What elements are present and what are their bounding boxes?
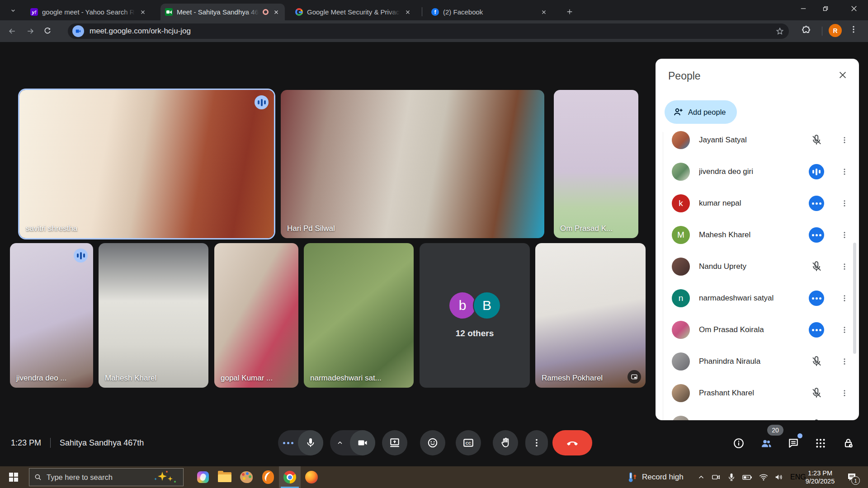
bookmark-star-button[interactable] [775, 27, 784, 36]
start-button[interactable] [0, 466, 27, 488]
tab-meet-security[interactable]: Google Meet Security & Privacy [291, 4, 416, 20]
participant-row[interactable]: Phanindra Niraula [656, 346, 859, 377]
picture-in-picture-button[interactable] [627, 370, 641, 384]
profile-avatar[interactable]: R [829, 24, 842, 37]
reload-button[interactable] [40, 24, 55, 38]
video-tile-hari-pd-silwal[interactable]: Hari Pd Silwal [281, 90, 544, 238]
present-screen-button[interactable] [382, 430, 407, 455]
raise-hand-button[interactable] [493, 430, 518, 455]
participant-name: Phanindra Niraula [699, 357, 807, 366]
tray-camera-icon[interactable] [711, 472, 721, 482]
tray-wifi-icon[interactable] [759, 472, 769, 482]
video-tile-jivendra-deo[interactable]: jivendra deo ... [10, 243, 93, 388]
microphone-button[interactable] [278, 430, 323, 455]
mic-off-icon [807, 134, 826, 146]
participant-row-partial[interactable] [656, 409, 859, 420]
person-add-icon [673, 107, 684, 117]
taskbar-app-copilot[interactable] [192, 466, 214, 488]
host-controls-button[interactable] [842, 437, 855, 450]
people-panel-close-button[interactable] [836, 69, 849, 81]
window-maximize-button[interactable] [815, 0, 836, 17]
participant-menu-button[interactable] [839, 357, 850, 366]
participant-menu-button[interactable] [839, 263, 850, 271]
reactions-button[interactable] [420, 430, 445, 455]
tab-close-icon[interactable] [272, 8, 280, 16]
meeting-details-button[interactable] [732, 437, 745, 450]
camera-in-use-icon[interactable] [72, 25, 84, 37]
participant-menu-button[interactable] [839, 326, 850, 334]
mic-icon[interactable] [298, 430, 323, 455]
paint-icon [240, 471, 253, 483]
people-panel-button[interactable] [760, 437, 773, 450]
participant-menu-button[interactable] [839, 294, 850, 302]
url-text[interactable]: meet.google.com/ork-hcju-jog [90, 27, 775, 36]
browser-menu-button[interactable] [849, 25, 858, 34]
tab-meet-active[interactable]: Meet - Sahitya Sandhya 467 [160, 4, 285, 20]
new-tab-button[interactable] [563, 5, 576, 18]
participant-row[interactable]: M Mahesh Kharel [656, 219, 859, 251]
extensions-button[interactable] [801, 25, 811, 36]
video-tile-om-prasad[interactable]: Om Prasad K... [554, 90, 638, 238]
tray-chevron-up-icon[interactable] [697, 473, 705, 481]
taskbar-search[interactable]: Type here to search [29, 468, 184, 486]
taskbar-app-file-explorer[interactable] [214, 466, 236, 488]
participant-row[interactable]: Jayanti Satyal [656, 124, 859, 156]
forward-button[interactable] [23, 24, 38, 38]
add-people-button[interactable]: Add people [665, 100, 737, 124]
tile-name: gopal Kumar ... [221, 374, 273, 383]
participant-menu-button[interactable] [839, 231, 850, 239]
participant-menu-button[interactable] [839, 168, 850, 176]
participant-menu-button[interactable] [839, 136, 850, 144]
search-highlights-icon[interactable] [151, 470, 179, 484]
window-minimize-button[interactable] [793, 0, 814, 17]
audio-on-icon [807, 322, 826, 338]
video-tile-mahesh-kharel[interactable]: Mahesh Kharel [99, 243, 208, 388]
more-options-button[interactable] [525, 430, 548, 455]
tab-yahoo-search[interactable]: y! google meet - Yahoo Search Re [26, 4, 151, 20]
tab-close-icon[interactable] [540, 8, 548, 16]
overflow-tile-12-others[interactable]: b B 12 others [420, 243, 530, 388]
mic-off-icon [807, 387, 826, 399]
chat-button[interactable] [787, 437, 800, 450]
audio-on-icon [807, 196, 826, 211]
back-button[interactable] [5, 24, 19, 38]
action-center-button[interactable]: 1 [842, 466, 862, 488]
tab-close-icon[interactable] [139, 8, 147, 16]
participant-menu-button[interactable] [839, 389, 850, 397]
camera-options-chevron-icon[interactable] [330, 439, 350, 446]
tab-close-icon[interactable] [404, 8, 412, 16]
activities-button[interactable] [814, 437, 827, 450]
video-tile-savitri-shrestha[interactable]: savitri shrestha [19, 90, 274, 238]
yahoo-favicon: y! [30, 8, 38, 16]
camera-button[interactable] [330, 430, 375, 455]
video-tile-narmadeshwari[interactable]: narmadeshwari sat... [304, 243, 414, 388]
videocam-icon[interactable] [350, 430, 375, 455]
participant-row[interactable]: Prashant Kharel [656, 377, 859, 409]
address-bar[interactable]: meet.google.com/ork-hcju-jog [68, 23, 789, 39]
tray-mic-icon[interactable] [727, 473, 736, 482]
taskbar-app-chrome-active[interactable] [279, 466, 301, 488]
tray-volume-icon[interactable] [774, 472, 784, 482]
taskbar-app-orange[interactable] [257, 466, 279, 488]
tab-facebook[interactable]: f (2) Facebook [427, 4, 552, 20]
participant-row[interactable]: n narmadeshwari satyal [656, 282, 859, 314]
panel-scrollbar[interactable] [853, 243, 856, 354]
end-call-button[interactable] [552, 430, 592, 455]
present-icon [389, 437, 401, 449]
taskbar-app-firefox[interactable] [301, 466, 322, 488]
video-tile-gopal-kumar[interactable]: gopal Kumar ... [214, 243, 298, 388]
tab-search-button[interactable] [7, 5, 19, 16]
taskbar-clock[interactable]: 1:23 PM 9/20/2025 [801, 466, 839, 488]
window-close-button[interactable] [844, 0, 864, 17]
participant-row[interactable]: jivendra deo giri [656, 156, 859, 188]
audio-speaking-icon [74, 249, 88, 263]
taskbar-weather[interactable]: Record high [627, 466, 684, 488]
tray-battery-icon[interactable] [742, 472, 753, 483]
participant-row[interactable]: k kumar nepal [656, 188, 859, 219]
participant-row[interactable]: Om Prasad Koirala [656, 314, 859, 346]
participant-menu-button[interactable] [839, 199, 850, 207]
captions-button[interactable]: CC [456, 430, 481, 455]
taskbar-app-paint[interactable] [236, 466, 257, 488]
video-tile-ramesh-pokharel[interactable]: Ramesh Pokharel [535, 243, 646, 388]
participant-row[interactable]: Nandu Uprety [656, 251, 859, 282]
